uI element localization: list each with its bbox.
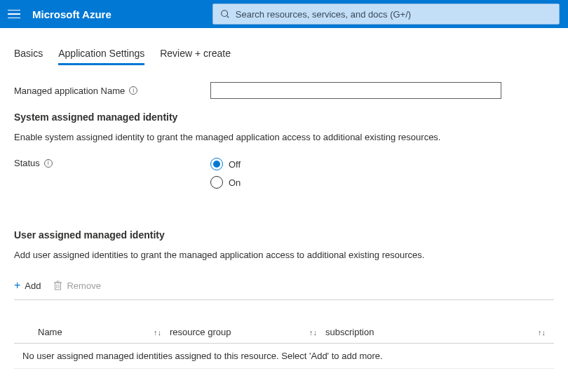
tab-review-create[interactable]: Review + create bbox=[160, 48, 231, 65]
sort-icon: ↑↓ bbox=[538, 328, 554, 337]
add-button[interactable]: + Add bbox=[14, 280, 41, 291]
system-identity-header: System assigned managed identity bbox=[14, 111, 554, 123]
radio-label-off: Off bbox=[229, 159, 241, 170]
col-name[interactable]: Name ↑↓ bbox=[14, 327, 170, 337]
status-label: Status i bbox=[14, 158, 210, 168]
user-identity-header: User assigned managed identity bbox=[14, 229, 554, 241]
top-bar: Microsoft Azure bbox=[0, 0, 568, 28]
menu-icon[interactable] bbox=[6, 6, 22, 22]
col-rg-label: resource group bbox=[170, 327, 231, 337]
page-content: Basics Application Settings Review + cre… bbox=[0, 28, 568, 383]
col-name-label: Name bbox=[38, 327, 62, 337]
plus-icon: + bbox=[14, 280, 20, 291]
managed-app-name-row: Managed application Name i bbox=[14, 82, 554, 99]
remove-button-label: Remove bbox=[67, 281, 100, 291]
status-radio-on[interactable]: On bbox=[210, 176, 241, 189]
sort-icon: ↑↓ bbox=[154, 328, 170, 337]
managed-app-name-label-text: Managed application Name bbox=[14, 86, 125, 96]
table-header: Name ↑↓ resource group ↑↓ subscription ↑… bbox=[14, 321, 554, 344]
radio-label-on: On bbox=[229, 177, 241, 188]
system-identity-desc: Enable system assigned identity to grant… bbox=[14, 131, 554, 144]
tabs: Basics Application Settings Review + cre… bbox=[14, 48, 554, 65]
managed-app-name-label: Managed application Name i bbox=[14, 86, 210, 96]
col-subscription[interactable]: subscription ↑↓ bbox=[325, 327, 554, 337]
radio-icon bbox=[210, 176, 223, 189]
svg-point-0 bbox=[222, 11, 228, 17]
sort-icon: ↑↓ bbox=[309, 328, 325, 337]
identity-table: Name ↑↓ resource group ↑↓ subscription ↑… bbox=[14, 321, 554, 369]
tab-basics[interactable]: Basics bbox=[14, 48, 43, 65]
status-radio-group: Off On bbox=[210, 158, 241, 189]
status-label-text: Status bbox=[14, 158, 40, 168]
col-resource-group[interactable]: resource group ↑↓ bbox=[170, 327, 325, 337]
brand-label: Microsoft Azure bbox=[32, 8, 111, 20]
search-icon bbox=[220, 9, 230, 19]
radio-icon bbox=[210, 158, 223, 170]
info-icon[interactable]: i bbox=[129, 86, 137, 95]
svg-rect-2 bbox=[55, 283, 61, 290]
identity-toolbar: + Add Remove bbox=[14, 276, 554, 300]
trash-icon bbox=[53, 281, 62, 290]
table-empty-message: No user assigned managed identities assi… bbox=[14, 344, 554, 369]
user-identity-desc: Add user assigned identities to grant th… bbox=[14, 249, 554, 262]
svg-line-1 bbox=[226, 15, 229, 18]
status-radio-off[interactable]: Off bbox=[210, 158, 241, 170]
info-icon[interactable]: i bbox=[44, 159, 53, 168]
status-row: Status i Off On bbox=[14, 158, 554, 189]
search-box[interactable] bbox=[212, 4, 560, 25]
search-input[interactable] bbox=[236, 9, 552, 20]
tab-application-settings[interactable]: Application Settings bbox=[58, 48, 144, 65]
managed-app-name-input[interactable] bbox=[210, 82, 501, 99]
add-button-label: Add bbox=[25, 281, 41, 291]
remove-button: Remove bbox=[53, 281, 100, 291]
col-sub-label: subscription bbox=[325, 327, 374, 337]
